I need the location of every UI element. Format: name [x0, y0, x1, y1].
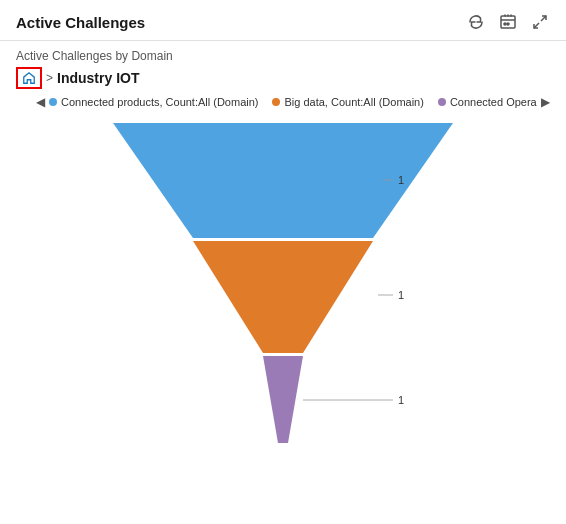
- legend-scroll-left-icon[interactable]: ◀: [36, 95, 45, 109]
- svg-point-2: [507, 23, 509, 25]
- funnel-segment-1: [193, 241, 373, 353]
- legend-dot-0: [49, 98, 57, 106]
- page-title: Active Challenges: [16, 14, 145, 31]
- legend-items: Connected products, Count:All (Domain) B…: [49, 96, 537, 108]
- breadcrumb-current: Industry IOT: [57, 70, 139, 86]
- legend-label-2: Connected Opera: [450, 96, 537, 108]
- legend-item-1: Big data, Count:All (Domain): [272, 96, 423, 108]
- legend-item-2: Connected Opera: [438, 96, 537, 108]
- header: Active Challenges: [0, 0, 566, 41]
- legend-label-1: Big data, Count:All (Domain): [284, 96, 423, 108]
- breadcrumb: > Industry IOT: [16, 67, 550, 89]
- refresh-icon[interactable]: [466, 12, 486, 32]
- funnel-chart: 1 1 1: [73, 123, 493, 483]
- breadcrumb-area: Active Challenges by Domain > Industry I…: [0, 41, 566, 93]
- legend-label-0: Connected products, Count:All (Domain): [61, 96, 258, 108]
- funnel-value-2: 1: [398, 394, 404, 406]
- legend-scroll-right-icon[interactable]: ▶: [541, 95, 550, 109]
- section-label: Active Challenges by Domain: [16, 49, 550, 63]
- home-button[interactable]: [16, 67, 42, 89]
- svg-rect-0: [501, 16, 515, 28]
- chart-area: 1 1 1: [0, 113, 566, 493]
- legend-area: ◀ Connected products, Count:All (Domain)…: [0, 93, 566, 113]
- svg-point-1: [504, 23, 506, 25]
- legend-dot-2: [438, 98, 446, 106]
- funnel-value-1: 1: [398, 289, 404, 301]
- legend-dot-1: [272, 98, 280, 106]
- funnel-segment-2: [263, 356, 303, 443]
- funnel-value-0: 1: [398, 174, 404, 186]
- share-icon[interactable]: [498, 12, 518, 32]
- legend-item-0: Connected products, Count:All (Domain): [49, 96, 258, 108]
- expand-icon[interactable]: [530, 12, 550, 32]
- breadcrumb-separator: >: [46, 71, 53, 85]
- header-actions: [466, 12, 550, 32]
